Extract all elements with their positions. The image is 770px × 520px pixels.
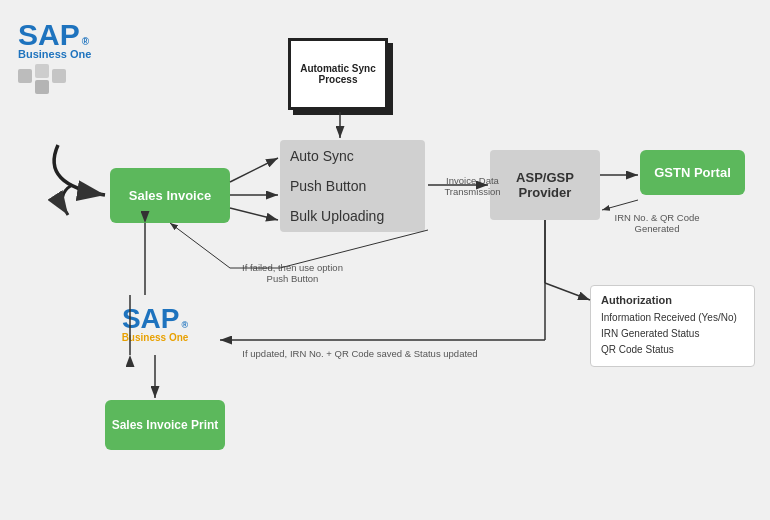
authorization-box: Authorization Information Received (Yes/… (590, 285, 755, 367)
svg-rect-2 (35, 80, 49, 94)
push-button-option: Push Button (290, 176, 415, 196)
authorization-title: Authorization (601, 294, 744, 306)
registered-mark: ® (82, 36, 89, 47)
auth-item-2: IRN Generated Status (601, 326, 744, 342)
if-failed-label: If failed, then use optionPush Button (200, 262, 385, 284)
sap-one-logo-bottom: SAP ® Business One (90, 295, 220, 350)
sales-invoice-label: Sales Invoice (129, 188, 211, 203)
diagram-container: SAP ® Business One Automatic Sync Proces… (0, 0, 770, 520)
svg-line-9 (230, 208, 278, 220)
irn-qr-label: IRN No. & QR Code Generated (602, 212, 712, 234)
sales-invoice-box: Sales Invoice (110, 168, 230, 223)
if-updated-label: If updated, IRN No. + QR Code saved & St… (160, 348, 560, 359)
svg-line-12 (602, 200, 638, 210)
sap-business-one-logo: SAP ® Business One (18, 18, 158, 88)
svg-rect-3 (52, 69, 66, 83)
sap-text: SAP (18, 18, 80, 52)
invoice-data-label: Invoice Data Transmission (430, 175, 515, 197)
sap-icon-area (18, 64, 73, 94)
sap-one-text: SAP (122, 303, 180, 335)
automatic-sync-label: Automatic Sync Process (291, 63, 385, 85)
auto-sync-option: Auto Sync (290, 146, 415, 166)
business-one-text: Business One (18, 48, 91, 60)
sap-decorative-icon (18, 64, 73, 94)
asp-gsp-label: ASP/GSPProvider (516, 170, 574, 200)
svg-line-14 (545, 283, 590, 300)
sales-invoice-print-box: Sales Invoice Print (105, 400, 225, 450)
gstn-portal-box: GSTN Portal (640, 150, 745, 195)
bulk-uploading-option: Bulk Uploading (290, 206, 415, 226)
options-panel: Auto Sync Push Button Bulk Uploading (280, 140, 425, 232)
sap-one-reg: ® (181, 320, 188, 330)
svg-rect-0 (18, 69, 32, 83)
svg-line-7 (230, 158, 278, 182)
automatic-sync-process-box: Automatic Sync Process (288, 38, 388, 110)
gstn-portal-label: GSTN Portal (654, 165, 731, 180)
business-one-bottom: Business One (122, 332, 189, 343)
sales-invoice-print-label: Sales Invoice Print (112, 418, 219, 432)
svg-rect-1 (35, 64, 49, 78)
auth-item-3: QR Code Status (601, 342, 744, 358)
auth-item-1: Information Received (Yes/No) (601, 310, 744, 326)
